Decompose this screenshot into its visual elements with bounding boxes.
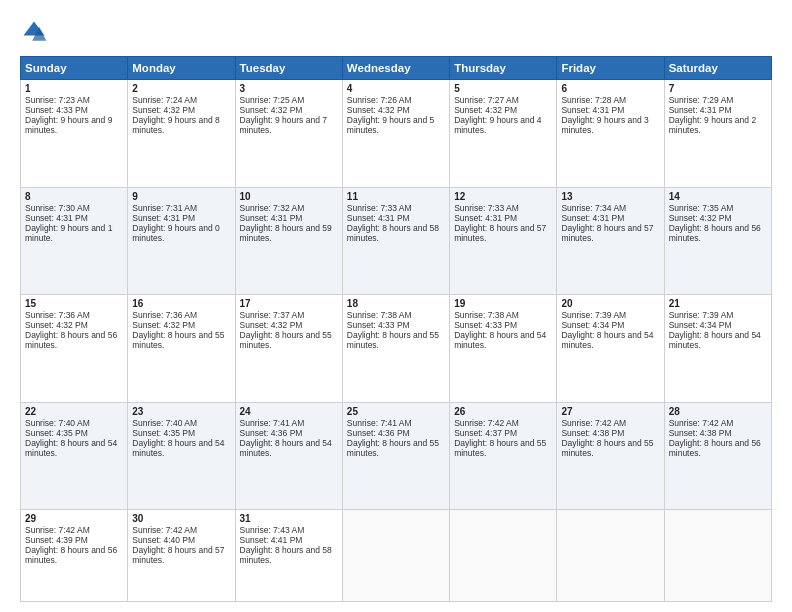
sunrise-label: Sunrise: 7:36 AM — [25, 310, 90, 320]
daylight-label: Daylight: 8 hours and 55 minutes. — [240, 330, 332, 350]
day-number: 1 — [25, 83, 123, 94]
calendar-weekday-tuesday: Tuesday — [235, 57, 342, 80]
sunrise-label: Sunrise: 7:40 AM — [132, 418, 197, 428]
day-number: 26 — [454, 406, 552, 417]
sunset-label: Sunset: 4:32 PM — [347, 105, 410, 115]
day-number: 22 — [25, 406, 123, 417]
sunrise-label: Sunrise: 7:41 AM — [347, 418, 412, 428]
day-number: 24 — [240, 406, 338, 417]
day-number: 25 — [347, 406, 445, 417]
day-number: 19 — [454, 298, 552, 309]
daylight-label: Daylight: 9 hours and 4 minutes. — [454, 115, 541, 135]
day-number: 3 — [240, 83, 338, 94]
daylight-label: Daylight: 9 hours and 8 minutes. — [132, 115, 219, 135]
calendar-cell: 15Sunrise: 7:36 AMSunset: 4:32 PMDayligh… — [21, 295, 128, 403]
daylight-label: Daylight: 8 hours and 56 minutes. — [669, 223, 761, 243]
sunset-label: Sunset: 4:33 PM — [347, 320, 410, 330]
sunset-label: Sunset: 4:34 PM — [669, 320, 732, 330]
calendar-cell: 14Sunrise: 7:35 AMSunset: 4:32 PMDayligh… — [664, 187, 771, 295]
calendar-cell: 24Sunrise: 7:41 AMSunset: 4:36 PMDayligh… — [235, 402, 342, 510]
calendar-cell: 28Sunrise: 7:42 AMSunset: 4:38 PMDayligh… — [664, 402, 771, 510]
calendar-cell — [342, 510, 449, 602]
day-number: 5 — [454, 83, 552, 94]
sunrise-label: Sunrise: 7:38 AM — [347, 310, 412, 320]
day-number: 7 — [669, 83, 767, 94]
sunrise-label: Sunrise: 7:29 AM — [669, 95, 734, 105]
calendar-cell: 16Sunrise: 7:36 AMSunset: 4:32 PMDayligh… — [128, 295, 235, 403]
calendar-cell: 9Sunrise: 7:31 AMSunset: 4:31 PMDaylight… — [128, 187, 235, 295]
calendar-cell: 1Sunrise: 7:23 AMSunset: 4:33 PMDaylight… — [21, 80, 128, 188]
sunset-label: Sunset: 4:36 PM — [240, 428, 303, 438]
daylight-label: Daylight: 8 hours and 54 minutes. — [561, 330, 653, 350]
calendar-cell — [557, 510, 664, 602]
calendar-cell: 21Sunrise: 7:39 AMSunset: 4:34 PMDayligh… — [664, 295, 771, 403]
calendar-cell: 18Sunrise: 7:38 AMSunset: 4:33 PMDayligh… — [342, 295, 449, 403]
daylight-label: Daylight: 9 hours and 7 minutes. — [240, 115, 327, 135]
sunrise-label: Sunrise: 7:42 AM — [669, 418, 734, 428]
day-number: 2 — [132, 83, 230, 94]
calendar-week-row: 15Sunrise: 7:36 AMSunset: 4:32 PMDayligh… — [21, 295, 772, 403]
calendar-weekday-thursday: Thursday — [450, 57, 557, 80]
sunrise-label: Sunrise: 7:33 AM — [454, 203, 519, 213]
day-number: 12 — [454, 191, 552, 202]
sunrise-label: Sunrise: 7:39 AM — [561, 310, 626, 320]
daylight-label: Daylight: 8 hours and 55 minutes. — [561, 438, 653, 458]
sunset-label: Sunset: 4:36 PM — [347, 428, 410, 438]
daylight-label: Daylight: 8 hours and 54 minutes. — [454, 330, 546, 350]
sunrise-label: Sunrise: 7:40 AM — [25, 418, 90, 428]
daylight-label: Daylight: 9 hours and 2 minutes. — [669, 115, 756, 135]
daylight-label: Daylight: 9 hours and 0 minutes. — [132, 223, 219, 243]
sunrise-label: Sunrise: 7:41 AM — [240, 418, 305, 428]
sunrise-label: Sunrise: 7:42 AM — [454, 418, 519, 428]
day-number: 14 — [669, 191, 767, 202]
sunset-label: Sunset: 4:32 PM — [132, 320, 195, 330]
calendar-cell: 12Sunrise: 7:33 AMSunset: 4:31 PMDayligh… — [450, 187, 557, 295]
calendar-cell — [450, 510, 557, 602]
sunrise-label: Sunrise: 7:26 AM — [347, 95, 412, 105]
sunrise-label: Sunrise: 7:34 AM — [561, 203, 626, 213]
calendar-weekday-wednesday: Wednesday — [342, 57, 449, 80]
sunset-label: Sunset: 4:32 PM — [132, 105, 195, 115]
calendar-cell: 6Sunrise: 7:28 AMSunset: 4:31 PMDaylight… — [557, 80, 664, 188]
day-number: 29 — [25, 513, 123, 524]
sunset-label: Sunset: 4:31 PM — [132, 213, 195, 223]
daylight-label: Daylight: 8 hours and 56 minutes. — [25, 545, 117, 565]
day-number: 28 — [669, 406, 767, 417]
calendar-week-row: 8Sunrise: 7:30 AMSunset: 4:31 PMDaylight… — [21, 187, 772, 295]
sunrise-label: Sunrise: 7:43 AM — [240, 525, 305, 535]
daylight-label: Daylight: 8 hours and 58 minutes. — [347, 223, 439, 243]
sunrise-label: Sunrise: 7:30 AM — [25, 203, 90, 213]
calendar-cell: 20Sunrise: 7:39 AMSunset: 4:34 PMDayligh… — [557, 295, 664, 403]
sunrise-label: Sunrise: 7:27 AM — [454, 95, 519, 105]
calendar-cell: 22Sunrise: 7:40 AMSunset: 4:35 PMDayligh… — [21, 402, 128, 510]
sunrise-label: Sunrise: 7:37 AM — [240, 310, 305, 320]
calendar-cell: 31Sunrise: 7:43 AMSunset: 4:41 PMDayligh… — [235, 510, 342, 602]
calendar-cell: 26Sunrise: 7:42 AMSunset: 4:37 PMDayligh… — [450, 402, 557, 510]
calendar-cell: 25Sunrise: 7:41 AMSunset: 4:36 PMDayligh… — [342, 402, 449, 510]
calendar-cell: 11Sunrise: 7:33 AMSunset: 4:31 PMDayligh… — [342, 187, 449, 295]
sunrise-label: Sunrise: 7:42 AM — [561, 418, 626, 428]
calendar-table: SundayMondayTuesdayWednesdayThursdayFrid… — [20, 56, 772, 602]
header — [20, 18, 772, 46]
sunrise-label: Sunrise: 7:35 AM — [669, 203, 734, 213]
daylight-label: Daylight: 9 hours and 3 minutes. — [561, 115, 648, 135]
logo — [20, 18, 52, 46]
sunrise-label: Sunrise: 7:36 AM — [132, 310, 197, 320]
sunset-label: Sunset: 4:32 PM — [669, 213, 732, 223]
daylight-label: Daylight: 8 hours and 57 minutes. — [454, 223, 546, 243]
sunset-label: Sunset: 4:41 PM — [240, 535, 303, 545]
sunrise-label: Sunrise: 7:28 AM — [561, 95, 626, 105]
calendar-week-row: 22Sunrise: 7:40 AMSunset: 4:35 PMDayligh… — [21, 402, 772, 510]
sunset-label: Sunset: 4:38 PM — [669, 428, 732, 438]
sunrise-label: Sunrise: 7:33 AM — [347, 203, 412, 213]
sunrise-label: Sunrise: 7:38 AM — [454, 310, 519, 320]
calendar-weekday-saturday: Saturday — [664, 57, 771, 80]
sunrise-label: Sunrise: 7:42 AM — [25, 525, 90, 535]
calendar-cell: 3Sunrise: 7:25 AMSunset: 4:32 PMDaylight… — [235, 80, 342, 188]
calendar-cell: 2Sunrise: 7:24 AMSunset: 4:32 PMDaylight… — [128, 80, 235, 188]
sunset-label: Sunset: 4:31 PM — [561, 213, 624, 223]
day-number: 30 — [132, 513, 230, 524]
day-number: 18 — [347, 298, 445, 309]
day-number: 21 — [669, 298, 767, 309]
calendar-cell: 8Sunrise: 7:30 AMSunset: 4:31 PMDaylight… — [21, 187, 128, 295]
